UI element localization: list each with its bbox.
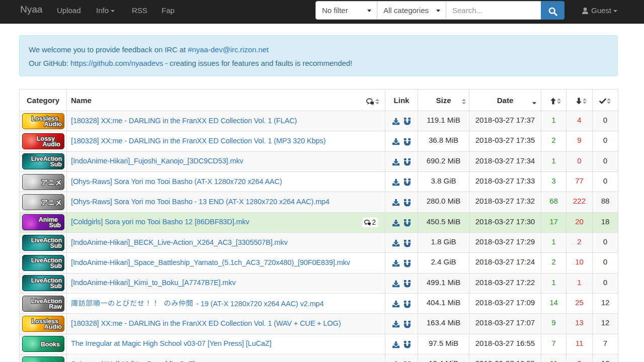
svg-text:Sub: Sub bbox=[50, 161, 62, 168]
svg-text:Sub: Sub bbox=[50, 242, 62, 249]
svg-text:Audio: Audio bbox=[44, 323, 62, 330]
svg-text:Sub: Sub bbox=[50, 262, 62, 269]
svg-text:Sub: Sub bbox=[49, 222, 61, 229]
svg-text:Sub: Sub bbox=[50, 283, 62, 290]
svg-text:Books: Books bbox=[40, 341, 59, 348]
svg-text:Audio: Audio bbox=[44, 120, 62, 127]
svg-text:Audio: Audio bbox=[42, 141, 60, 148]
svg-text:Raw: Raw bbox=[49, 303, 62, 310]
